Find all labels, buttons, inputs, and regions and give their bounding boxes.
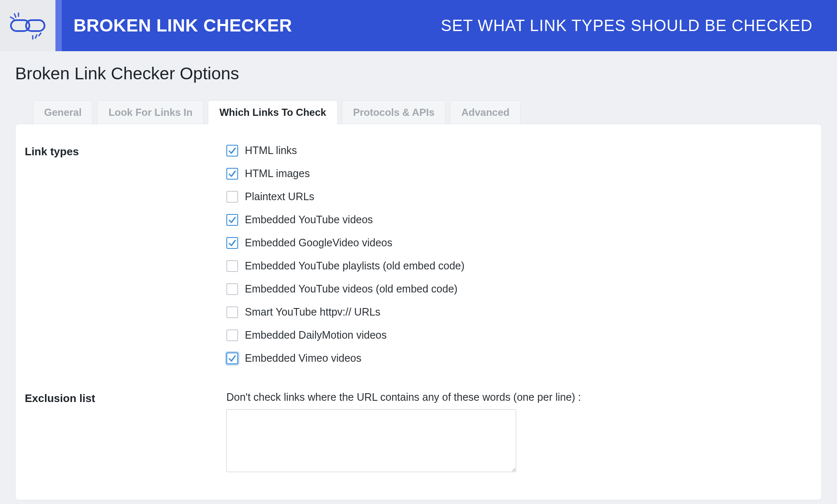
link-type-checkbox[interactable] [226,306,238,318]
section-exclusion-label: Exclusion list [25,391,226,475]
link-type-row: HTML images [226,167,805,180]
link-type-row: Embedded GoogleVideo videos [226,237,805,249]
link-type-checkbox[interactable] [226,145,238,157]
section-exclusion: Exclusion list Don't check links where t… [25,391,805,475]
tab-protocols-apis[interactable]: Protocols & APIs [342,100,446,124]
tab-strip: GeneralLook For Links InWhich Links To C… [33,100,822,124]
link-type-checkbox[interactable] [226,214,238,226]
link-type-row: Embedded YouTube videos (old embed code) [226,283,805,295]
link-type-label: HTML links [245,144,297,157]
link-type-row: Smart YouTube httpv:// URLs [226,306,805,318]
link-type-checkbox[interactable] [226,191,238,203]
link-type-label: Embedded GoogleVideo videos [245,237,392,249]
exclusion-textarea[interactable] [226,409,516,472]
link-type-label: Embedded YouTube videos [245,214,373,226]
accent-stripe [55,0,62,51]
link-type-label: Embedded YouTube videos (old embed code) [245,283,457,295]
link-type-checkbox[interactable] [226,329,238,341]
link-type-row: Embedded YouTube playlists (old embed co… [226,260,805,272]
svg-line-6 [39,33,41,36]
header-subtitle: SET WHAT LINK TYPES SHOULD BE CHECKED [441,17,813,35]
link-type-row: HTML links [226,144,805,157]
svg-line-5 [35,34,37,39]
page-title: Broken Link Checker Options [15,64,822,84]
link-type-label: Embedded YouTube playlists (old embed co… [245,260,464,272]
tab-advanced[interactable]: Advanced [450,100,521,124]
link-type-checkbox[interactable] [226,260,238,272]
tab-general[interactable]: General [33,100,93,124]
section-exclusion-content: Don't check links where the URL contains… [226,391,805,475]
app-header: BROKEN LINK CHECKER SET WHAT LINK TYPES … [0,0,837,51]
svg-line-3 [10,17,14,19]
link-type-checkbox[interactable] [226,283,238,295]
link-type-label: Plaintext URLs [245,191,314,203]
link-type-label: Embedded DailyMotion videos [245,329,387,341]
header-title: BROKEN LINK CHECKER [73,16,292,36]
link-type-label: Smart YouTube httpv:// URLs [245,306,380,318]
exclusion-help-text: Don't check links where the URL contains… [226,391,805,403]
link-type-checkbox[interactable] [226,168,238,180]
tab-look-for-links-in[interactable]: Look For Links In [97,100,204,124]
link-type-checkbox[interactable] [226,237,238,249]
link-type-checkbox[interactable] [226,353,238,364]
link-type-row: Embedded Vimeo videos [226,352,805,364]
section-link-types-label: Link types [25,144,226,364]
options-panel: Link types HTML linksHTML imagesPlaintex… [15,124,822,500]
link-type-label: Embedded Vimeo videos [245,352,362,364]
link-types-list: HTML linksHTML imagesPlaintext URLsEmbed… [226,144,805,364]
chain-link-icon [8,11,48,40]
section-link-types-content: HTML linksHTML imagesPlaintext URLsEmbed… [226,144,805,364]
svg-line-2 [14,13,16,18]
link-type-row: Embedded DailyMotion videos [226,329,805,341]
section-link-types: Link types HTML linksHTML imagesPlaintex… [25,144,805,364]
link-type-row: Embedded YouTube videos [226,214,805,226]
app-logo-box [0,0,55,51]
link-type-row: Plaintext URLs [226,191,805,203]
tab-which-links-to-check[interactable]: Which Links To Check [208,100,337,124]
page-body: Broken Link Checker Options GeneralLook … [0,51,837,504]
header-main: BROKEN LINK CHECKER SET WHAT LINK TYPES … [62,0,837,51]
link-type-label: HTML images [245,167,310,180]
